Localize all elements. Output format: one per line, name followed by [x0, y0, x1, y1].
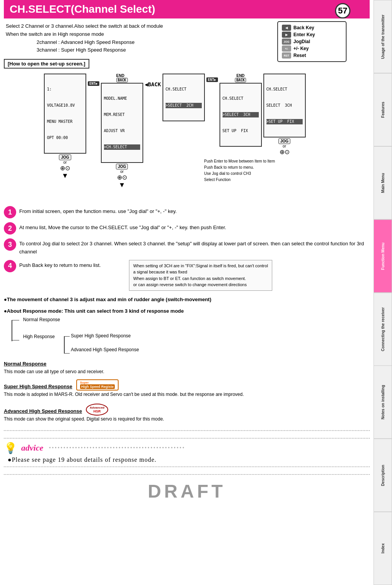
step-4-row: 4 Push Back key to return to menu list. …	[4, 260, 370, 291]
step-4: 4 Push Back key to return to menu list.	[4, 260, 119, 272]
ent-arrow-1: ENT▶	[88, 74, 99, 86]
jogdial-icon: JOG	[282, 39, 291, 45]
jog2: JOG or ⊕⊙ ▼	[116, 164, 128, 189]
reset-key-item: RST Reset	[282, 52, 342, 59]
normal-response-header: Normal Response	[4, 361, 47, 367]
jog2-box: JOG	[116, 164, 128, 169]
super-hsr-logo: Super High Speed Registe	[76, 379, 119, 391]
back-key-1: BACK	[116, 78, 128, 82]
tree-lines	[12, 317, 23, 342]
page-title: CH.SELECT(Channel Select)	[4, 0, 370, 18]
screen4: CH.SELECT >SELECT 3CH SET UP FIX	[219, 83, 262, 147]
page-number: 57	[335, 3, 350, 18]
sub-tree: Super High Speed Response Advanced High …	[68, 333, 139, 352]
steps-section: 1 From initial screen, open the function…	[4, 206, 370, 291]
jog1-down-arrow: ▼	[62, 172, 69, 180]
advanced-high-header: Advanced High Speed Response	[4, 408, 82, 414]
screen2: MODEL.NAME MEM.RESET ADJUST VR >CH.SELEC…	[101, 83, 143, 163]
jog1-arrows: ⊕⊙	[60, 164, 70, 172]
sidebar-tab-features[interactable]: Features	[374, 73, 392, 146]
advanced-high-header-row: Advanced High Speed Response Advanced HS…	[4, 404, 370, 416]
dotted-line-bottom	[4, 466, 370, 467]
sidebar-tab-description[interactable]: Description	[374, 439, 392, 512]
step-4-text: Push Back key to return to menu list.	[19, 260, 101, 270]
advice-logo: advice	[21, 443, 43, 453]
screen1-group: 1: VOLTAGE10.8V MENU MASTER OPT 00:00 JO…	[44, 74, 86, 180]
enter-key-item: ▶ Enter Key	[282, 32, 342, 38]
end-label-2: ENDBACK	[235, 74, 246, 82]
reset-key-icon: RST	[282, 52, 291, 59]
step-4-number: 4	[4, 260, 16, 272]
jog3: JOG or ⊕⊙	[278, 138, 290, 156]
end-label-1: ENDBACK	[116, 74, 128, 82]
push-info-line2: Push Back to return to menu.	[204, 164, 289, 171]
key-legend: ◀ Back Key ▶ Enter Key JOG JogDial +/- +…	[277, 21, 347, 62]
jog2-arrows: ⊕⊙	[117, 174, 127, 181]
response-mode-tree: Normal Response High Response Super High…	[8, 317, 370, 352]
sidebar-tab-main-menu[interactable]: Main Menu	[374, 146, 392, 220]
note-line-1: When setting of 3CH are in "FIX":Signal …	[133, 263, 268, 269]
super-high-header: Super High Speed Response	[4, 384, 72, 389]
push-info-line1: Push Enter to Move between Item to Item	[204, 158, 289, 164]
ent-button-1: ENT▶	[88, 81, 99, 86]
jog3-arrows: ⊕⊙	[280, 148, 290, 156]
advanced-high-desc: This mode can show the original speed. D…	[4, 416, 370, 422]
dotted-line-top	[4, 438, 370, 439]
plusminus-key-icon: +/-	[282, 45, 291, 52]
normal-response-label: Normal Response	[23, 317, 60, 322]
normal-response-section: Normal Response This mode can use all ty…	[4, 356, 370, 375]
sidebar-tab-usage[interactable]: Usage of the transmitter	[374, 0, 392, 73]
how-to-label: [How to open the set-up screen.]	[4, 59, 89, 69]
step-2-number: 2	[4, 222, 16, 235]
step-3-number: 3	[4, 238, 16, 251]
advanced-high-label: Advanced High Speed Response	[71, 347, 139, 352]
advice-section: 💡 advice • • • • • • • • • • • • • • • •…	[4, 430, 370, 475]
sidebar: Usage of the transmitter Features Main M…	[374, 0, 392, 585]
super-high-label: Super High Speed Response	[71, 333, 139, 339]
high-response-label: High Response	[23, 334, 60, 339]
sidebar-tab-index[interactable]: Index	[374, 512, 392, 585]
push-info: Push Enter to Move between Item to Item …	[204, 158, 289, 183]
advice-dots-inline: • • • • • • • • • • • • • • • • • • • • …	[49, 445, 184, 451]
back-arrow-1: ◀BACK	[145, 74, 161, 87]
jog2-down-arrow: ▼	[119, 181, 126, 189]
advice-text: ●Please see page 19 about details of res…	[8, 456, 156, 463]
draft-label: DRAFT	[4, 481, 370, 502]
jogdial-item: JOG JogDial	[282, 39, 342, 45]
sidebar-tab-function-menu[interactable]: Function Menu	[374, 220, 392, 293]
jog1-box: JOG	[59, 154, 71, 160]
step-2: 2 At menu list, Move the cursor to the C…	[4, 222, 370, 235]
back-btn-1: ◀BACK	[145, 81, 161, 87]
ent-button-2: ENT▶	[206, 77, 218, 82]
sidebar-tab-notes[interactable]: Notes on installing	[374, 365, 392, 439]
advice-row: 💡 advice • • • • • • • • • • • • • • • •…	[4, 442, 370, 454]
sidebar-tab-connecting[interactable]: Connecting the receiver	[374, 293, 392, 366]
step-1: 1 From initial screen, open the function…	[4, 206, 370, 218]
push-info-line4: Select Function	[204, 177, 289, 183]
push-info-line3: Use Jog dial to control CH3	[204, 171, 289, 177]
diagram-area: 1: VOLTAGE10.8V MENU MASTER OPT 00:00 JO…	[4, 74, 370, 189]
super-high-header-row: Super High Speed Response Super High Spe…	[4, 379, 370, 391]
back-key-2: BACK	[235, 78, 246, 82]
lightbulb-icon: 💡	[4, 442, 17, 454]
screen5: CH.SELECT SELECT 3CH >SET UP FIX	[263, 74, 306, 137]
note-line-2: a signal because it was fixed	[133, 269, 268, 275]
bullet2: ●About Response mode: This unit can sele…	[4, 308, 370, 314]
jog3-box: JOG	[278, 138, 290, 144]
advanced-hsr-logo: Advanced HSR	[86, 404, 108, 416]
advice-text-row: ●Please see page 19 about details of res…	[8, 456, 370, 463]
tree-labels-left: Normal Response High Response	[23, 317, 60, 339]
bullet1: ●The movement of channel 3 is adjust max…	[4, 297, 370, 302]
plusminus-key-item: +/- +/- Key	[282, 45, 342, 52]
back-key-icon: ◀	[282, 25, 291, 31]
step-3-text: To control Jog dial to select 2or 3 chan…	[19, 238, 370, 256]
screen4-group: ENDBACK CH.SELECT >SELECT 3CH SET UP FIX	[219, 74, 262, 147]
step-3: 3 To control Jog dial to select 2or 3 ch…	[4, 238, 370, 256]
super-high-desc: This mode is adopted in MARS-R. Old rece…	[4, 391, 370, 398]
screen3-group: CH.SELECT >SELECT 2CH	[162, 74, 205, 121]
advanced-high-section: Advanced High Speed Response Advanced HS…	[4, 404, 370, 422]
back-key-item: ◀ Back Key	[282, 25, 342, 31]
step-2-text: At menu list, Move the cursor to the CH.…	[19, 222, 226, 232]
sub-tree-labels: Super High Speed Response Advanced High …	[71, 333, 139, 352]
how-to-section: [How to open the set-up screen.] 1: VOLT…	[4, 59, 370, 183]
